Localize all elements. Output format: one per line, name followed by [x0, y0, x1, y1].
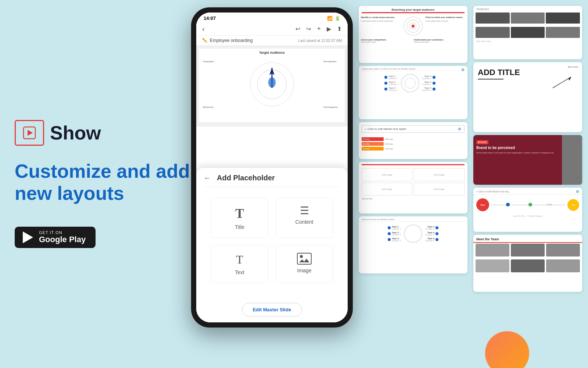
team-photo-5: [511, 259, 545, 272]
add-image-box-2: Add Image: [414, 168, 465, 181]
get-it-on-label: GET IT ON: [39, 230, 86, 235]
google-play-button[interactable]: GET IT ON Google Play: [15, 227, 96, 248]
share-icon[interactable]: ⬆: [337, 25, 342, 32]
google-play-label: Google Play: [39, 235, 86, 244]
radial2-content: Topic 1Subtitle 1 Topic 2Subtitle 2 Topi…: [359, 222, 467, 246]
overlay-header: ← Add Placeholder: [204, 168, 340, 187]
storyboard-label: Storyboard: [473, 6, 582, 11]
slide-preview-area: Target Audience G: [196, 46, 348, 127]
play-icon[interactable]: ▶: [327, 25, 331, 32]
slide-card-add-images: Add Image Add Image Add Image Add Image …: [359, 162, 467, 213]
radial2-header: estilos do texto do Modelo Global: [359, 216, 467, 222]
demo-label: Demographic: [323, 60, 342, 63]
slide-card-brand: BRAND Brand to be perceived Social media…: [473, 135, 582, 185]
slide-card-meet-team: Meet the Team: [473, 235, 582, 292]
storyboard-photos: [473, 11, 582, 25]
brand-image: [562, 135, 582, 185]
add-text-label: Add text here: [359, 197, 467, 201]
target-card-title: Reaching your target audience: [359, 6, 467, 12]
redo-icon[interactable]: ↪: [306, 25, 311, 32]
slide-card-radial: Clique para editar os estilos do texto d…: [359, 66, 467, 119]
content-placeholder-icon: ☰: [300, 206, 309, 216]
target-circle-svg: [403, 16, 423, 36]
overlay-title: Add Placeholder: [217, 174, 275, 182]
placeholder-item-image[interactable]: Image: [276, 245, 333, 283]
behav-label: Behavioral: [203, 106, 221, 108]
status-icons: 📶 🔋: [327, 16, 340, 21]
battery-icon: 🔋: [335, 16, 340, 21]
slide-card-add-title: ADD TITLE BIG GOAL: [473, 62, 582, 132]
circles-row: Red YEAR Yell: [473, 195, 582, 215]
logo-text: Show: [50, 122, 101, 144]
photo-4: [476, 27, 510, 38]
overlay-back-icon[interactable]: ←: [204, 174, 211, 182]
radial-diagram-content: Topic 1Subtitle 1 Topic 2Subtitle 2 Topi…: [359, 71, 461, 95]
master-text2-header: • Click to edit Master text sty... ⚙: [473, 188, 582, 195]
add-image-grid: Add Image Add Image Add Image Add Image: [359, 167, 467, 197]
add-image-box-3: Add Image: [362, 183, 412, 195]
show-logo-icon: [15, 120, 44, 146]
edit-master-slide-button[interactable]: Edit Master Slide: [242, 303, 302, 316]
placeholder-item-text[interactable]: T Text: [211, 245, 268, 283]
radial-card-header: Clique para editar os estilos do texto d…: [359, 66, 467, 71]
brand-text: Social media makes it a lot easier for m…: [476, 152, 559, 154]
pencil-icon: ✏️: [202, 38, 208, 43]
svg-point-8: [412, 25, 415, 28]
team-photo-4: [476, 259, 509, 272]
toolbar-icons: ↩ ↪ + ▶ ⬆: [295, 25, 342, 33]
placeholder-item-title[interactable]: T Title: [211, 198, 268, 238]
brand-title: Brand to be perceived: [476, 146, 559, 150]
back-button[interactable]: ‹: [202, 25, 205, 33]
colored-bars: Accomp... Add app. Accomp... Add app. Ac…: [359, 136, 467, 152]
saved-text: Last saved at 12:02:07 AM: [298, 39, 342, 43]
placeholder-item-content[interactable]: ☰ Content: [276, 198, 333, 238]
photo-5: [511, 27, 545, 38]
target-card-bottom: List at your competitors. Lorem ipsum do…: [359, 38, 467, 44]
add-image-box-4: Add Image: [414, 183, 465, 195]
phone-inner: 14:07 📶 🔋 ‹ ↩ ↪ + ▶ ⬆: [196, 13, 348, 322]
slide-title-text: Target Audience: [199, 49, 345, 57]
status-time: 14:07: [204, 15, 216, 21]
phone-mockup: 14:07 📶 🔋 ‹ ↩ ↪ + ▶ ⬆: [191, 7, 353, 328]
tagline: Customize and add new layouts: [15, 160, 206, 205]
placeholder-title-label: Title: [235, 224, 244, 230]
phone-toolbar: ‹ ↩ ↪ + ▶ ⬆: [196, 22, 348, 36]
dart-svg: [263, 64, 281, 93]
add-icon[interactable]: +: [317, 25, 321, 33]
slide-card-storyboard: Storyboard Slide name / Date: [473, 6, 582, 59]
photo-3: [546, 13, 580, 24]
google-play-text-block: GET IT ON Google Play: [39, 230, 86, 244]
phone-screen: 14:07 📶 🔋 ‹ ↩ ↪ + ▶ ⬆: [196, 13, 348, 322]
phone-outer: 14:07 📶 🔋 ‹ ↩ ↪ + ▶ ⬆: [191, 7, 353, 328]
target-card-content: Identify or create buyer persons. Lorem …: [359, 15, 467, 38]
add-placeholder-overlay: ← Add Placeholder T Title ☰ Content: [196, 168, 348, 322]
placeholder-grid: T Title ☰ Content T Text: [204, 194, 340, 287]
placeholder-text-label: Text: [235, 269, 244, 275]
photo-2: [511, 13, 545, 24]
left-section: Show Customize and add new layouts GET I…: [15, 0, 206, 368]
undo-icon[interactable]: ↩: [295, 25, 300, 32]
image-placeholder-icon: [297, 253, 312, 265]
add-title-arrow: [549, 73, 578, 92]
text-placeholder-icon: T: [236, 253, 243, 266]
geo-label: Geographic: [203, 60, 221, 63]
title-placeholder-icon: T: [235, 206, 244, 221]
settings-icon2: ⚙: [458, 127, 461, 131]
brand-tag: BRAND: [476, 140, 488, 144]
google-play-icon: [21, 231, 35, 244]
bullet-icon: •: [365, 127, 366, 131]
slide-card-master-text2: • Click to edit Master text sty... ⚙ Red…: [473, 188, 582, 232]
photo-6: [546, 27, 580, 38]
slide-diagram: Geographic Demographic Behavioral Psycho…: [199, 57, 345, 112]
psycho-label: Psychographic: [323, 106, 342, 108]
team-photo-2: [511, 244, 545, 256]
wifi-icon: 📶: [327, 16, 333, 21]
team-photo-6: [546, 259, 580, 272]
slides-right-column: Storyboard Slide name / Date ADD TITLE: [470, 0, 588, 368]
meet-team-title: Meet the Team: [473, 235, 582, 243]
slide-card-master-text: • Click to edit Master text styles ⚙ Acc…: [359, 122, 467, 159]
svg-marker-10: [568, 77, 571, 81]
slide-preview: Target Audience G: [199, 49, 345, 122]
storyboard-sub: Slide name / Date: [473, 39, 582, 43]
placeholder-content-label: Content: [295, 219, 313, 225]
